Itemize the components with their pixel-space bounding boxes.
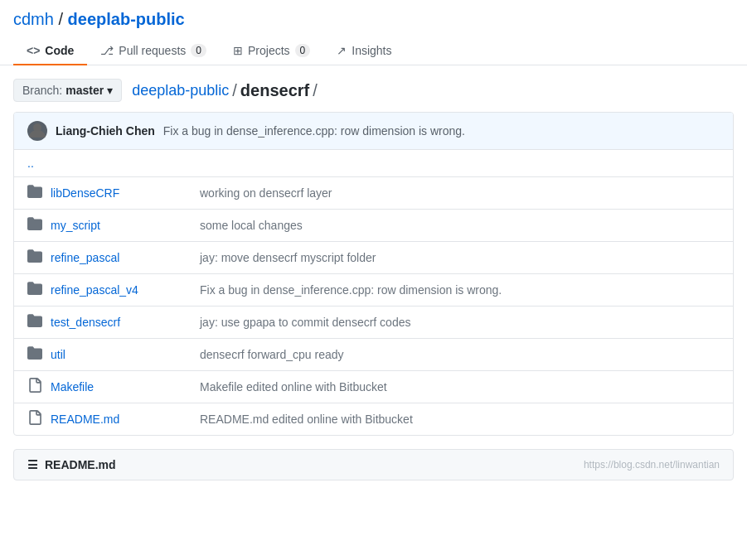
- table-row: README.md README.md edited online with B…: [14, 403, 733, 435]
- table-row: my_script some local changes: [14, 210, 733, 242]
- parent-dir-row: ..: [14, 150, 733, 177]
- file-link[interactable]: refine_pascal: [51, 251, 119, 264]
- table-row: Makefile Makefile edited online with Bit…: [14, 371, 733, 403]
- folder-icon: [27, 216, 44, 234]
- table-row: refine_pascal jay: move densecrf myscrip…: [14, 242, 733, 274]
- file-link[interactable]: util: [51, 348, 65, 361]
- file-commit-message: jay: use gpapa to commit densecrf codes: [200, 316, 720, 329]
- file-icon: [27, 378, 44, 396]
- file-link[interactable]: refine_pascal_v4: [51, 283, 138, 297]
- readme-icon: ☰: [27, 458, 38, 471]
- insights-icon: ↗: [337, 44, 347, 57]
- file-name: README.md: [51, 413, 200, 426]
- file-name: util: [51, 348, 200, 361]
- file-table: Liang-Chieh Chen Fix a bug in dense_infe…: [13, 112, 734, 436]
- tab-projects-label: Projects: [248, 44, 290, 57]
- branch-selector[interactable]: Branch: master ▾: [13, 79, 122, 102]
- file-name: refine_pascal_v4: [51, 283, 200, 297]
- file-name: Makefile: [51, 380, 200, 393]
- tab-insights[interactable]: ↗ Insights: [323, 37, 405, 65]
- breadcrumb-sep1: /: [232, 81, 237, 100]
- tab-nav: <> Code ⎇ Pull requests 0 ⊞ Projects 0 ↗…: [13, 37, 734, 65]
- owner-link[interactable]: cdmh: [13, 10, 54, 28]
- tab-projects[interactable]: ⊞ Projects 0: [220, 37, 323, 65]
- projects-badge: 0: [295, 44, 311, 57]
- file-link[interactable]: README.md: [51, 413, 119, 426]
- pull-requests-icon: ⎇: [100, 44, 114, 57]
- file-commit-message: jay: move densecrf myscript folder: [200, 251, 720, 264]
- repo-link[interactable]: deeplab-public: [68, 10, 185, 28]
- file-link[interactable]: Makefile: [51, 380, 94, 393]
- commit-message: Fix a bug in dense_inference.cpp: row di…: [163, 124, 465, 138]
- top-bar: Branch: master ▾ deeplab-public / densec…: [13, 79, 734, 102]
- chevron-down-icon: ▾: [107, 84, 113, 97]
- breadcrumb-root[interactable]: deeplab-public: [132, 82, 229, 99]
- folder-icon: [27, 249, 44, 267]
- parent-dir-link[interactable]: ..: [27, 157, 34, 170]
- separator: /: [58, 10, 67, 28]
- repo-title: cdmh / deeplab-public: [13, 10, 734, 29]
- folder-icon: [27, 281, 44, 299]
- breadcrumb-folder: densecrf: [240, 81, 309, 100]
- tab-pull-requests[interactable]: ⎇ Pull requests 0: [87, 37, 220, 65]
- file-commit-message: Makefile edited online with Bitbucket: [200, 380, 720, 393]
- tab-insights-label: Insights: [352, 44, 391, 57]
- file-commit-message: some local changes: [200, 219, 720, 232]
- tab-pull-requests-label: Pull requests: [119, 44, 186, 57]
- file-name: my_script: [51, 219, 200, 232]
- folder-icon: [27, 345, 44, 364]
- file-link[interactable]: libDenseCRF: [51, 186, 119, 200]
- file-commit-message: Fix a bug in dense_inference.cpp: row di…: [200, 283, 720, 297]
- table-row: test_densecrf jay: use gpapa to commit d…: [14, 307, 733, 339]
- file-link[interactable]: my_script: [51, 219, 100, 232]
- table-row: refine_pascal_v4 Fix a bug in dense_infe…: [14, 274, 733, 307]
- readme-watermark: https://blog.csdn.net/linwantian: [584, 459, 720, 471]
- commit-header: Liang-Chieh Chen Fix a bug in dense_infe…: [14, 113, 733, 150]
- projects-icon: ⊞: [233, 44, 243, 57]
- file-icon: [27, 410, 44, 428]
- code-icon: <>: [27, 44, 40, 57]
- table-row: util densecrf forward_cpu ready: [14, 339, 733, 371]
- avatar: [27, 121, 47, 141]
- branch-label: Branch:: [22, 84, 62, 97]
- file-commit-message: working on densecrf layer: [200, 186, 720, 200]
- tab-code[interactable]: <> Code: [13, 37, 87, 65]
- folder-icon: [27, 313, 44, 331]
- readme-label-left: ☰ README.md: [27, 458, 116, 471]
- breadcrumb-sep2: /: [313, 81, 318, 100]
- file-link[interactable]: test_densecrf: [51, 316, 120, 329]
- commit-author[interactable]: Liang-Chieh Chen: [56, 124, 155, 138]
- table-row: libDenseCRF working on densecrf layer: [14, 177, 733, 210]
- file-name: test_densecrf: [51, 316, 200, 329]
- breadcrumb: deeplab-public / densecrf /: [132, 81, 318, 100]
- file-rows: libDenseCRF working on densecrf layer my…: [14, 177, 733, 435]
- folder-icon: [27, 184, 44, 202]
- pull-requests-badge: 0: [191, 44, 206, 57]
- file-commit-message: densecrf forward_cpu ready: [200, 348, 720, 361]
- file-name: refine_pascal: [51, 251, 200, 264]
- readme-filename: README.md: [45, 458, 116, 471]
- readme-section-header: ☰ README.md https://blog.csdn.net/linwan…: [13, 449, 734, 480]
- file-commit-message: README.md edited online with Bitbucket: [200, 413, 720, 426]
- file-name: libDenseCRF: [51, 186, 200, 200]
- tab-code-label: Code: [45, 44, 74, 57]
- branch-name: master: [65, 84, 104, 97]
